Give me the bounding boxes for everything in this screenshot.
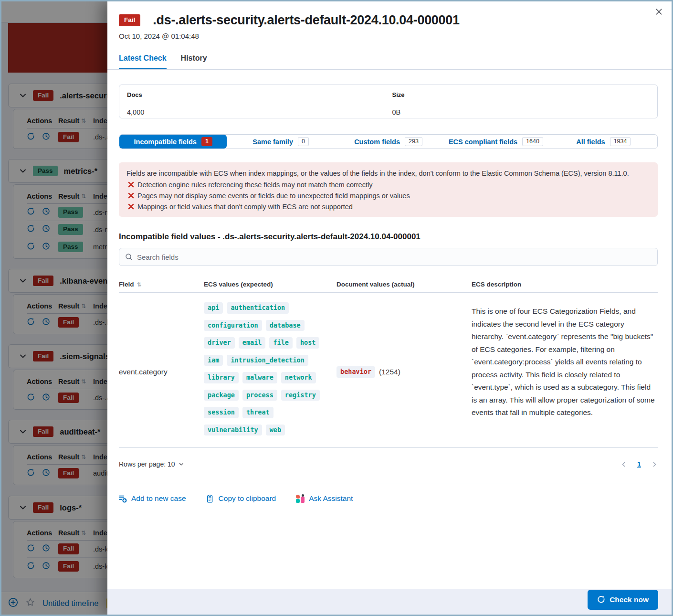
docs-value: 4,000 (127, 108, 384, 116)
fields-table-header: Field⇅ ECS values (expected) Document va… (119, 281, 658, 293)
ecs-value-chip: process (242, 390, 277, 401)
assistant-icon (296, 494, 305, 503)
ecs-description-text: This is one of four ECS Categorization F… (472, 302, 658, 442)
ecs-value-chip: library (204, 372, 239, 383)
col-ecs-description: ECS description (472, 281, 658, 288)
ecs-value-chip: configuration (204, 320, 262, 331)
count-badge: 1934 (610, 137, 631, 147)
ecs-value-chip: web (266, 425, 285, 436)
app-window: Fail .alerts-securi Actions Result⇅ Inde… (1, 1, 672, 615)
chevron-down-icon (179, 461, 184, 467)
ecs-value-chip: host (296, 337, 320, 349)
col-field[interactable]: Field⇅ (119, 281, 204, 288)
col-ecs-values: ECS values (expected) (204, 281, 336, 288)
refresh-icon (597, 595, 605, 604)
flyout-content: Docs 4,000 Size 0B Incompatible fields1 … (107, 85, 672, 503)
tab-ecs-compliant-fields[interactable]: ECS compliant fields1640 (442, 135, 549, 149)
ask-assistant-button[interactable]: Ask Assistant (296, 494, 353, 503)
count-badge: 0 (298, 137, 309, 147)
document-actual-values: behavior (1254) (336, 366, 472, 378)
flyout-footer: Check now (107, 589, 672, 615)
ecs-value-chip: authentication (227, 302, 289, 314)
callout-intro: Fields are incompatible with ECS when in… (126, 169, 650, 178)
next-page-icon[interactable] (652, 461, 658, 467)
field-name: event.category (119, 368, 204, 376)
close-icon[interactable] (652, 5, 665, 18)
tab-latest-check[interactable]: Latest Check (119, 54, 167, 69)
doc-value-chip: behavior (336, 366, 375, 378)
status-badge: Fail (119, 14, 140, 26)
ecs-value-chip: registry (281, 390, 320, 401)
tab-same-family[interactable]: Same family0 (227, 135, 334, 149)
page-number[interactable]: 1 (637, 460, 641, 468)
sort-icon: ⇅ (137, 281, 142, 288)
search-input[interactable] (137, 253, 652, 261)
tab-incompatible-fields[interactable]: Incompatible fields1 (119, 135, 227, 149)
rows-per-page-select[interactable]: Rows per page: 10 (119, 460, 184, 468)
divider (119, 484, 658, 484)
error-x-icon (128, 203, 134, 210)
ecs-value-chip: malware (242, 372, 277, 383)
callout-item: Mappings or field values that don't comp… (126, 202, 650, 211)
ecs-value-chip: database (266, 320, 305, 331)
add-to-new-case-button[interactable]: Add to new case (119, 494, 186, 503)
field-category-button-group: Incompatible fields1 Same family0 Custom… (119, 134, 658, 149)
ecs-value-chip: email (239, 337, 266, 349)
ecs-value-chip: threat (242, 407, 273, 418)
count-badge: 1640 (522, 137, 543, 147)
data-quality-flyout: Fail .ds-.alerts-security.alerts-default… (107, 1, 672, 615)
search-icon (125, 253, 133, 261)
ecs-value-chip: package (204, 390, 239, 401)
page-title: .ds-.alerts-security.alerts-default-2024… (153, 13, 459, 28)
ecs-value-chip: driver (204, 337, 235, 349)
copy-to-clipboard-button[interactable]: Copy to clipboard (206, 494, 276, 503)
tab-all-fields[interactable]: All fields1934 (550, 135, 657, 149)
pagination-row: Rows per page: 10 1 (119, 457, 658, 471)
count-badge: 1 (201, 137, 212, 147)
stat-docs: Docs 4,000 (119, 85, 384, 118)
flyout-header: Fail .ds-.alerts-security.alerts-default… (107, 1, 672, 40)
size-value: 0B (392, 108, 657, 116)
flyout-tabs: Latest Check History (107, 54, 672, 70)
ecs-value-chip: session (204, 407, 239, 418)
stat-size: Size 0B (384, 85, 657, 118)
previous-page-icon[interactable] (620, 461, 627, 467)
clipboard-icon (206, 495, 214, 503)
callout-item: Pages may not display some events or fie… (126, 191, 650, 200)
pagination-controls: 1 (620, 460, 658, 468)
col-document-values: Document values (actual) (336, 281, 472, 288)
ecs-value-chip: file (269, 337, 293, 349)
index-stats-panel: Docs 4,000 Size 0B (119, 85, 658, 118)
ecs-value-chip: api (204, 302, 223, 314)
add-to-case-icon (119, 495, 127, 503)
search-fields-box (119, 248, 658, 266)
tab-custom-fields[interactable]: Custom fields293 (335, 135, 442, 149)
tab-history[interactable]: History (181, 54, 207, 69)
check-now-button[interactable]: Check now (588, 590, 658, 610)
ecs-value-chip: iam (204, 355, 223, 366)
check-timestamp: Oct 10, 2024 @ 01:04:48 (119, 32, 658, 40)
count-badge: 293 (405, 137, 422, 147)
ecs-value-chip: intrusion_detection (227, 355, 308, 366)
footer-actions: Add to new case Copy to clipboard Ask As… (119, 494, 658, 503)
ecs-value-chip: vulnerability (204, 425, 262, 436)
field-row-event-category: event.category apiauthenticationconfigur… (119, 293, 658, 448)
ecs-value-chip: network (281, 372, 316, 383)
doc-value-count: (1254) (379, 368, 400, 376)
incompatible-warning-callout: Fields are incompatible with ECS when in… (119, 162, 658, 217)
callout-item: Detection engine rules referencing these… (126, 181, 650, 189)
ecs-expected-values: apiauthenticationconfigurationdatabasedr… (204, 302, 336, 442)
error-x-icon (128, 181, 134, 188)
incompatible-values-title: Incompatible field values - .ds-.alerts-… (119, 232, 658, 242)
error-x-icon (128, 192, 134, 199)
